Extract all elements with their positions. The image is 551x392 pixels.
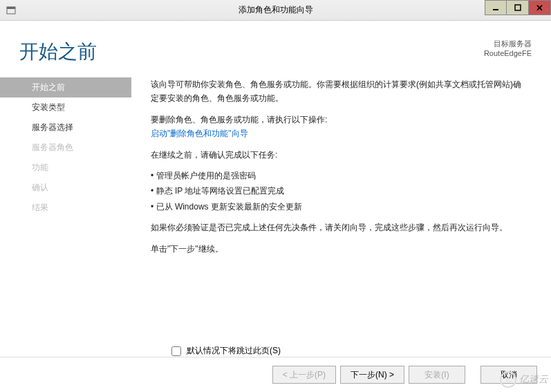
before-continue-label: 在继续之前，请确认完成以下任务:: [151, 148, 526, 162]
sidebar-item-server-roles: 服务器角色: [0, 138, 131, 158]
skip-checkbox[interactable]: [171, 346, 181, 356]
install-button: 安装(I): [409, 366, 465, 384]
skip-label[interactable]: 默认情况下将跳过此页(S): [187, 345, 281, 357]
titlebar-buttons: ✕: [485, 0, 551, 15]
remove-wizard-link[interactable]: 启动"删除角色和功能"向导: [151, 129, 248, 138]
sidebar-item-server-select[interactable]: 服务器选择: [0, 118, 131, 138]
intro-text: 该向导可帮助你安装角色、角色服务或功能。你需要根据组织的计算要求(例如共享文档或…: [151, 77, 526, 106]
previous-button: < 上一步(P): [272, 366, 336, 384]
list-item: 已从 Windows 更新安装最新的安全更新: [151, 200, 526, 214]
sidebar: 开始之前 安装类型 服务器选择 服务器角色 功能 确认 结果: [0, 75, 131, 339]
cancel-button[interactable]: 取消: [480, 366, 537, 384]
svg-rect-1: [7, 7, 15, 9]
svg-rect-3: [515, 5, 521, 10]
server-name: RouteEdgeFE: [484, 49, 532, 57]
window-title: 添加角色和功能向导: [239, 4, 313, 16]
sidebar-item-features: 功能: [0, 158, 131, 178]
titlebar: 添加角色和功能向导 ✕: [0, 0, 551, 21]
sidebar-item-confirm: 确认: [0, 178, 131, 198]
list-item: 管理员帐户使用的是强密码: [151, 169, 526, 183]
verify-text: 如果你必须验证是否已完成上述任何先决条件，请关闭向导，完成这些步骤，然后再次运行…: [151, 221, 526, 234]
sidebar-item-before-begin[interactable]: 开始之前: [0, 77, 131, 97]
main-content: 该向导可帮助你安装角色、角色服务或功能。你需要根据组织的计算要求(例如共享文档或…: [131, 75, 532, 339]
server-label: 目标服务器: [484, 39, 532, 49]
continue-text: 单击"下一步"继续。: [151, 242, 526, 256]
skip-row: 默认情况下将跳过此页(S): [0, 345, 551, 357]
maximize-button[interactable]: [507, 0, 529, 15]
close-button[interactable]: ✕: [529, 0, 551, 15]
page-title: 开始之前: [19, 39, 484, 65]
footer: < 上一步(P) 下一步(N) > 安装(I) 取消: [0, 357, 551, 392]
sidebar-item-install-type[interactable]: 安装类型: [0, 97, 131, 118]
sidebar-item-results: 结果: [0, 198, 131, 218]
remove-label: 要删除角色、角色服务或功能，请执行以下操作:: [151, 115, 327, 124]
prereq-list: 管理员帐户使用的是强密码 静态 IP 地址等网络设置已配置完成 已从 Windo…: [151, 169, 526, 214]
next-button[interactable]: 下一步(N) >: [340, 366, 404, 384]
server-info: 目标服务器 RouteEdgeFE: [484, 39, 532, 65]
app-icon: [6, 5, 17, 16]
minimize-button[interactable]: [485, 0, 507, 15]
list-item: 静态 IP 地址等网络设置已配置完成: [151, 184, 526, 198]
